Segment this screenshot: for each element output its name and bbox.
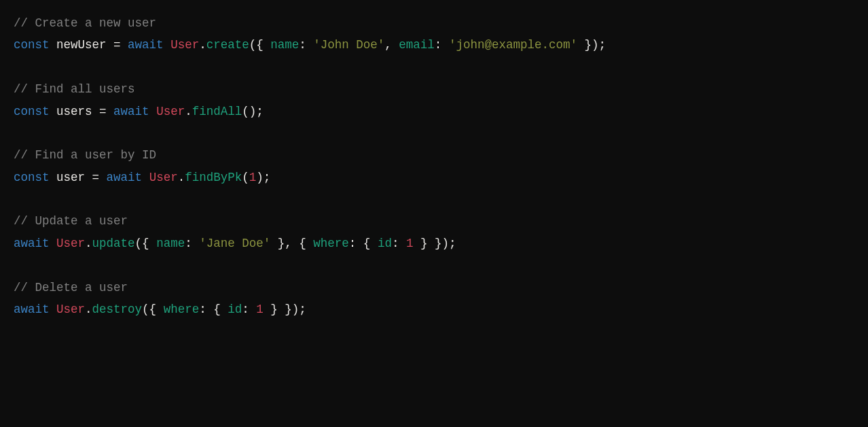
comment: // Find all users [14, 82, 135, 96]
code-block: // Create a new userconst newUser = awai… [14, 12, 854, 320]
code-line: // Delete a user [14, 277, 854, 298]
method-name: update [92, 237, 135, 250]
identifier: users [56, 105, 92, 118]
code-line: await User.destroy({ where: { id: 1 } })… [14, 298, 854, 320]
property: name [270, 38, 299, 52]
method-name: findByPk [185, 171, 242, 184]
comment: // Delete a user [14, 281, 128, 294]
keyword-const: const [14, 38, 50, 52]
code-line: // Create a new user [14, 12, 854, 34]
comment: // Find a user by ID [14, 148, 156, 162]
code-line: const newUser = await User.create({ name… [14, 34, 854, 56]
class-name: User [170, 38, 199, 52]
blank-line [14, 122, 854, 144]
method-name: create [206, 38, 249, 52]
string-literal: 'Jane Doe' [199, 237, 270, 250]
code-line: const user = await User.findByPk(1); [14, 167, 854, 188]
code-line: const users = await User.findAll(); [14, 101, 854, 122]
identifier: newUser [56, 38, 107, 52]
comment: // Update a user [14, 214, 128, 228]
blank-line [14, 188, 854, 210]
method-name: destroy [92, 303, 143, 316]
code-line: // Find a user by ID [14, 144, 854, 166]
property: email [399, 38, 435, 52]
code-line: await User.update({ name: 'Jane Doe' }, … [14, 233, 854, 254]
string-literal: 'John Doe' [313, 38, 384, 52]
code-line: // Find all users [14, 78, 854, 100]
blank-line [14, 56, 854, 78]
number-literal: 1 [249, 171, 257, 184]
code-line: // Update a user [14, 210, 854, 232]
blank-line [14, 254, 854, 276]
comment: // Create a new user [14, 16, 156, 30]
method-name: findAll [192, 105, 242, 118]
identifier: user [56, 171, 85, 184]
string-literal: 'john@example.com' [449, 38, 577, 52]
keyword-await: await [128, 38, 164, 52]
